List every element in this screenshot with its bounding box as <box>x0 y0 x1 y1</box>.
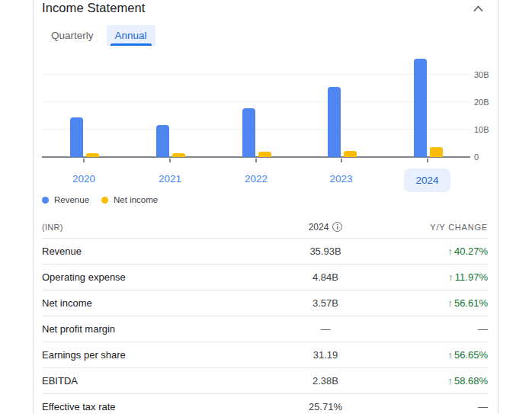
up-arrow-icon: ↑ <box>447 297 453 309</box>
legend-label: Revenue <box>54 195 89 204</box>
table-row: EBITDA2.38B↑58.68% <box>42 368 488 394</box>
up-arrow-icon: ↑ <box>447 349 453 361</box>
gridline-30B <box>42 74 470 75</box>
x-axis-tick-2023 <box>341 159 342 162</box>
x-axis-line <box>42 156 470 158</box>
tab-quarterly[interactable]: Quarterly <box>43 25 102 46</box>
row-value: 3.57B <box>257 297 394 309</box>
row-label: Net profit margin <box>42 323 257 335</box>
table-row: Earnings per share31.19↑56.65% <box>42 342 488 368</box>
year-label-2024[interactable]: 2024 <box>404 168 450 192</box>
y-axis-label-0: 0 <box>474 152 500 162</box>
gridline-10B <box>42 129 470 130</box>
page-title: Income Statement <box>42 1 146 15</box>
row-label: Revenue <box>42 246 257 257</box>
row-label: Operating expense <box>42 271 257 283</box>
collapse-button[interactable] <box>467 0 489 18</box>
no-change-dash: — <box>478 323 488 335</box>
change-value: 40.27% <box>454 246 488 257</box>
row-change: — <box>394 323 488 335</box>
chart-legend: RevenueNet income <box>42 195 158 204</box>
period-header: 2024 i <box>257 222 394 233</box>
row-value: 35.93B <box>257 246 394 257</box>
bar-net-income-2021[interactable] <box>172 153 185 157</box>
row-change: ↑40.27% <box>394 246 488 257</box>
gridline-20B <box>42 101 470 102</box>
row-label: EBITDA <box>42 375 257 387</box>
row-value: 25.71% <box>257 401 394 412</box>
table-header-row: (INR) 2024 i Y/Y CHANGE <box>42 216 488 239</box>
bar-net-income-2020[interactable] <box>86 153 99 157</box>
change-value: 56.65% <box>454 349 488 361</box>
bar-revenue-2020[interactable] <box>70 117 83 157</box>
x-axis-tick-2020 <box>83 159 85 162</box>
row-value: 4.84B <box>257 271 394 283</box>
change-value: 58.68% <box>454 375 488 387</box>
change-header: Y/Y CHANGE <box>394 223 488 232</box>
change-value: 56.61% <box>454 297 488 309</box>
table-row: Effective tax rate25.71%— <box>42 394 488 414</box>
row-value: 31.19 <box>257 349 394 361</box>
bar-net-income-2022[interactable] <box>258 152 271 157</box>
y-axis-label-10B: 10B <box>474 125 500 134</box>
change-value: 11.97% <box>455 271 488 283</box>
bar-net-income-2024[interactable] <box>430 147 443 157</box>
row-value: — <box>257 323 394 335</box>
bar-net-income-2023[interactable] <box>344 151 357 157</box>
panel-right-border <box>498 0 498 414</box>
table-row: Revenue35.93B↑40.27% <box>42 239 488 265</box>
bar-revenue-2022[interactable] <box>242 108 255 157</box>
legend-dot-icon <box>42 197 49 204</box>
legend-label: Net income <box>114 195 158 204</box>
income-statement-panel: Income Statement Quarterly Annual 010B20… <box>0 0 532 414</box>
legend-dot-icon <box>101 197 108 204</box>
legend-item-net-income: Net income <box>101 195 158 204</box>
row-label: Effective tax rate <box>42 401 257 412</box>
bar-revenue-2024[interactable] <box>414 59 427 157</box>
row-change: ↑11.97% <box>394 271 488 283</box>
table-row: Net income3.57B↑56.61% <box>42 290 488 316</box>
y-axis-label-30B: 30B <box>474 70 500 79</box>
currency-header: (INR) <box>42 223 257 232</box>
tab-annual[interactable]: Annual <box>107 25 155 46</box>
year-label-2020[interactable]: 2020 <box>57 173 111 185</box>
row-change: ↑56.61% <box>394 297 488 309</box>
no-change-dash: — <box>478 401 488 412</box>
x-axis-tick-2022 <box>255 159 257 162</box>
year-label-2022[interactable]: 2022 <box>229 173 283 185</box>
legend-item-revenue: Revenue <box>42 195 89 204</box>
up-arrow-icon: ↑ <box>447 246 453 257</box>
up-arrow-icon: ↑ <box>448 271 453 283</box>
row-value: 2.38B <box>257 375 394 387</box>
period-tabs: Quarterly Annual <box>43 25 155 46</box>
row-change: — <box>394 401 488 412</box>
row-change: ↑58.68% <box>394 375 488 387</box>
year-label-2021[interactable]: 2021 <box>143 173 197 185</box>
chevron-up-icon <box>473 4 484 15</box>
row-change: ↑56.65% <box>394 349 488 361</box>
bar-revenue-2021[interactable] <box>156 125 169 157</box>
y-axis-label-20B: 20B <box>474 98 500 107</box>
table-row: Operating expense4.84B↑11.97% <box>42 265 488 290</box>
info-icon[interactable]: i <box>332 222 342 232</box>
row-label: Earnings per share <box>42 349 257 361</box>
table-row: Net profit margin—— <box>42 316 488 342</box>
x-axis-tick-2024 <box>427 159 428 162</box>
x-axis-tick-2021 <box>169 159 171 162</box>
up-arrow-icon: ↑ <box>447 375 453 387</box>
bar-revenue-2023[interactable] <box>328 87 341 157</box>
financials-table: (INR) 2024 i Y/Y CHANGE Revenue35.93B↑40… <box>33 216 498 414</box>
year-label-2023[interactable]: 2023 <box>315 173 368 185</box>
row-label: Net income <box>42 297 257 309</box>
